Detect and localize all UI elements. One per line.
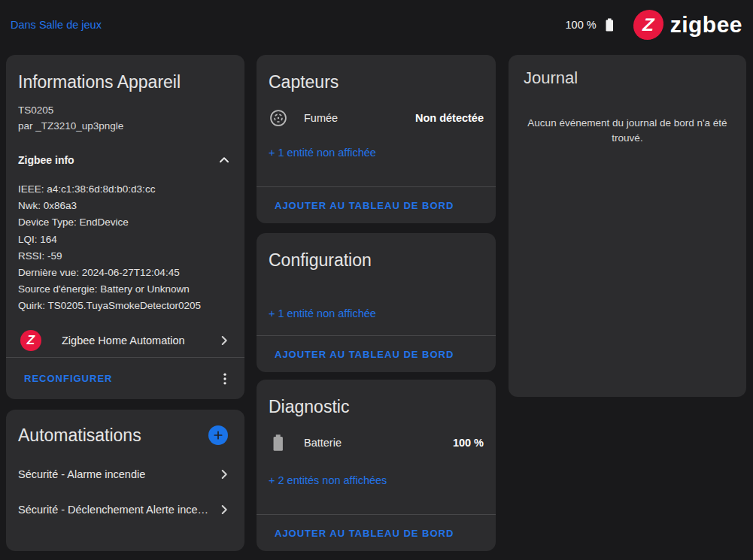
entity-state: Non détectée: [415, 112, 484, 124]
attr-quirk: Quirk: TS0205.TuyaSmokeDetector0205: [18, 298, 232, 314]
diagnostic-card: Diagnostic Batterie 100 % + 2 entités no…: [257, 380, 496, 551]
integration-label: Zigbee Home Automation: [62, 334, 216, 347]
automation-label: Sécurité - Déclenchement Alerte incen…: [18, 504, 212, 516]
add-to-dashboard-button[interactable]: AJOUTER AU TABLEAU DE BORD: [275, 200, 454, 211]
add-automation-button[interactable]: [208, 425, 228, 445]
attr-rssi: RSSI: -59: [18, 248, 232, 265]
automations-content: Automatisations Sécurité - Alarme incend…: [6, 410, 244, 551]
device-model: TS0205: [18, 102, 232, 118]
logbook-empty-message: Aucun événement du journal de bord n'a é…: [525, 116, 730, 146]
area-link[interactable]: Dans Salle de jeux: [11, 19, 102, 31]
topbar: Dans Salle de jeux 100 % Z zigbee: [0, 0, 753, 50]
device-page: Dans Salle de jeux 100 % Z zigbee Inform…: [0, 0, 753, 560]
device-info-title: Informations Appareil: [18, 71, 232, 92]
show-more-entities-link[interactable]: + 1 entité non affichée: [269, 147, 484, 159]
attr-ieee: IEEE: a4:c1:38:6d:8d:b0:d3:cc: [18, 181, 232, 198]
left-column: Informations Appareil TS0205 par _TZ3210…: [6, 55, 244, 551]
attr-device-type: Device Type: EndDevice: [18, 214, 232, 231]
battery-icon: [269, 433, 288, 453]
zigbee-info-toggle[interactable]: Zigbee info: [18, 152, 232, 168]
battery-percent-label: 100 %: [566, 19, 597, 31]
logbook-card: Journal Aucun événement du journal de bo…: [509, 55, 746, 397]
automation-row[interactable]: Sécurité - Déclenchement Alerte incen…: [18, 492, 232, 527]
chevron-right-icon: [216, 501, 232, 518]
entity-row-battery[interactable]: Batterie 100 %: [269, 433, 484, 453]
configuration-card: Configuration + 1 entité non affichée AJ…: [257, 233, 496, 372]
topbar-right: 100 % Z zigbee: [566, 10, 742, 40]
integration-link[interactable]: Z Zigbee Home Automation: [18, 330, 232, 351]
automation-row[interactable]: Sécurité - Alarme incendie: [18, 456, 232, 492]
automations-title: Automatisations: [18, 425, 141, 446]
zigbee-logo: Z zigbee: [633, 10, 742, 40]
entity-row-smoke[interactable]: Fumée Non détectée: [269, 108, 484, 128]
attr-last-seen: Dernière vue: 2024-06-27T12:04:45: [18, 265, 232, 281]
device-info-footer: RECONFIGURER: [6, 357, 244, 399]
attr-nwk: Nwk: 0x86a3: [18, 198, 232, 214]
configuration-title: Configuration: [269, 250, 484, 271]
show-more-entities-link[interactable]: + 2 entités non affichées: [269, 474, 484, 486]
overflow-menu-button[interactable]: [213, 366, 237, 392]
zigbee-logo-icon: Z: [632, 10, 664, 40]
sensors-title: Capteurs: [269, 71, 484, 92]
entity-name: Fumée: [304, 112, 415, 124]
automations-list: Sécurité - Alarme incendie Sécurité - Dé…: [18, 456, 232, 527]
sensors-footer: AJOUTER AU TABLEAU DE BORD: [257, 186, 496, 223]
right-column: Journal Aucun événement du journal de bo…: [509, 55, 746, 397]
automations-card: Automatisations Sécurité - Alarme incend…: [6, 410, 244, 551]
zigbee-attributes: IEEE: a4:c1:38:6d:8d:b0:d3:cc Nwk: 0x86a…: [18, 181, 232, 315]
sensors-card: Capteurs Fumée Non détectée + 1 entité n…: [257, 55, 496, 223]
entity-name: Batterie: [304, 437, 453, 449]
battery-icon: [602, 16, 617, 34]
attr-lqi: LQI: 164: [18, 232, 232, 248]
entity-state: 100 %: [453, 437, 484, 449]
chevron-right-icon: [216, 332, 232, 349]
device-manufacturer: par _TZ3210_up3pngle: [18, 118, 232, 134]
logbook-content: Journal Aucun événement du journal de bo…: [509, 55, 746, 159]
add-to-dashboard-button[interactable]: AJOUTER AU TABLEAU DE BORD: [275, 528, 454, 539]
zha-logo-icon: Z: [20, 330, 41, 351]
sensors-content: Capteurs Fumée Non détectée + 1 entité n…: [257, 55, 496, 186]
automations-header: Automatisations: [18, 425, 232, 446]
add-to-dashboard-button[interactable]: AJOUTER AU TABLEAU DE BORD: [275, 349, 454, 360]
configuration-footer: AJOUTER AU TABLEAU DE BORD: [257, 335, 496, 372]
chevron-up-icon: [216, 152, 232, 168]
chevron-right-icon: [216, 466, 232, 483]
device-model-block: TS0205 par _TZ3210_up3pngle: [18, 102, 232, 134]
zigbee-wordmark: zigbee: [670, 12, 742, 38]
middle-column: Capteurs Fumée Non détectée + 1 entité n…: [257, 55, 496, 551]
zigbee-info-label: Zigbee info: [18, 154, 74, 166]
reconfigure-button[interactable]: RECONFIGURER: [24, 373, 112, 384]
configuration-content: Configuration + 1 entité non affichée: [257, 233, 496, 335]
diagnostic-content: Diagnostic Batterie 100 % + 2 entités no…: [257, 380, 496, 514]
device-info-content: Informations Appareil TS0205 par _TZ3210…: [6, 55, 244, 357]
automation-label: Sécurité - Alarme incendie: [18, 468, 145, 480]
diagnostic-footer: AJOUTER AU TABLEAU DE BORD: [257, 514, 496, 551]
diagnostic-title: Diagnostic: [269, 396, 484, 417]
logbook-title: Journal: [524, 68, 734, 89]
smoke-detector-icon: [269, 108, 288, 128]
device-battery-status: 100 %: [566, 16, 617, 34]
device-info-card: Informations Appareil TS0205 par _TZ3210…: [6, 55, 244, 399]
attr-power-source: Source d'énergie: Battery or Unknown: [18, 281, 232, 298]
show-more-entities-link[interactable]: + 1 entité non affichée: [269, 307, 484, 319]
